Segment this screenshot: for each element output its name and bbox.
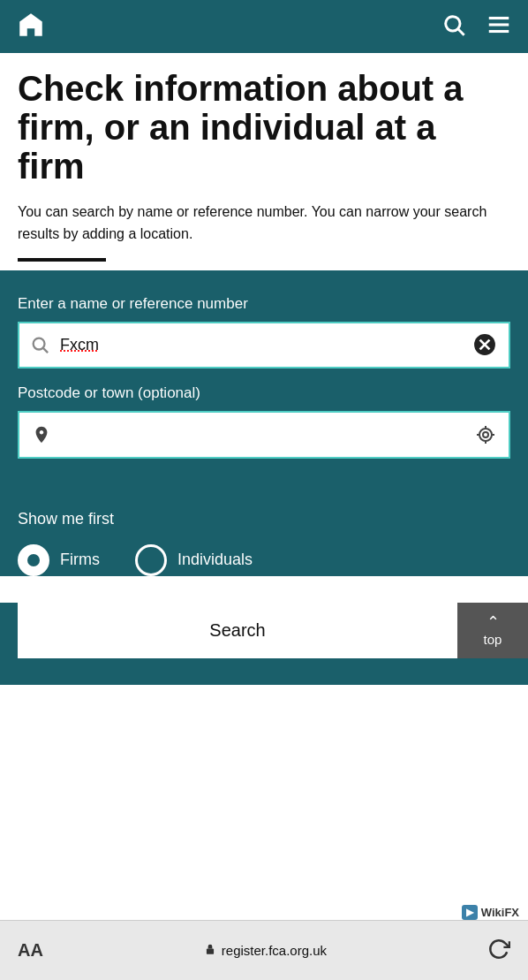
location-pin-icon xyxy=(19,425,64,444)
clear-button[interactable] xyxy=(461,333,509,356)
individuals-radio-label: Individuals xyxy=(177,551,253,569)
name-field-label: Enter a name or reference number xyxy=(18,295,510,313)
nav-right xyxy=(441,11,512,42)
url-text: register.fca.org.uk xyxy=(222,943,327,958)
font-size-button[interactable]: AA xyxy=(18,940,43,961)
home-icon[interactable] xyxy=(16,10,46,43)
svg-point-15 xyxy=(479,429,492,441)
top-button-label: top xyxy=(484,632,502,647)
wikifx-watermark: ▶ WikiFX xyxy=(462,905,519,920)
svg-point-10 xyxy=(483,432,488,437)
top-button[interactable]: ⌃ top xyxy=(457,603,528,658)
header-section: Check information about a firm, or an in… xyxy=(0,53,528,270)
title-underline xyxy=(18,258,106,262)
browser-bar: AA register.fca.org.uk xyxy=(0,920,528,980)
firms-radio-label: Firms xyxy=(60,551,100,569)
browser-url: register.fca.org.uk xyxy=(204,943,327,958)
reload-button[interactable] xyxy=(487,938,510,963)
name-input-wrapper xyxy=(18,322,510,368)
chevron-up-icon: ⌃ xyxy=(487,614,500,630)
menu-icon[interactable] xyxy=(486,11,512,42)
show-me-section: Show me first Firms Individuals xyxy=(0,490,528,576)
location-input[interactable] xyxy=(64,413,463,457)
name-search-icon xyxy=(19,335,60,354)
individuals-radio[interactable]: Individuals xyxy=(135,544,253,576)
page-title: Check information about a firm, or an in… xyxy=(18,69,510,186)
wikifx-logo: ▶ xyxy=(462,905,478,920)
search-nav-icon[interactable] xyxy=(441,12,466,41)
svg-line-6 xyxy=(43,348,48,353)
svg-rect-16 xyxy=(207,948,214,953)
search-section: Enter a name or reference number Postcod… xyxy=(0,270,528,490)
location-input-wrapper xyxy=(18,411,510,459)
firms-radio-circle[interactable] xyxy=(18,544,49,576)
firms-radio[interactable]: Firms xyxy=(18,544,100,576)
svg-line-1 xyxy=(458,29,464,34)
location-field-label: Postcode or town (optional) xyxy=(18,384,510,402)
radio-group: Firms Individuals xyxy=(18,544,510,576)
show-me-label: Show me first xyxy=(18,510,510,528)
svg-point-0 xyxy=(446,17,460,31)
search-button[interactable]: Search xyxy=(18,603,457,658)
wikifx-text: WikiFX xyxy=(481,906,519,919)
lock-icon xyxy=(204,943,216,958)
search-button-row: Search ⌃ top xyxy=(0,603,528,685)
svg-point-5 xyxy=(34,338,45,350)
nav-bar xyxy=(0,0,528,53)
individuals-radio-circle[interactable] xyxy=(135,544,167,576)
name-input[interactable] xyxy=(60,323,461,367)
gps-button[interactable] xyxy=(463,424,509,445)
page-description: You can search by name or reference numb… xyxy=(18,201,510,246)
